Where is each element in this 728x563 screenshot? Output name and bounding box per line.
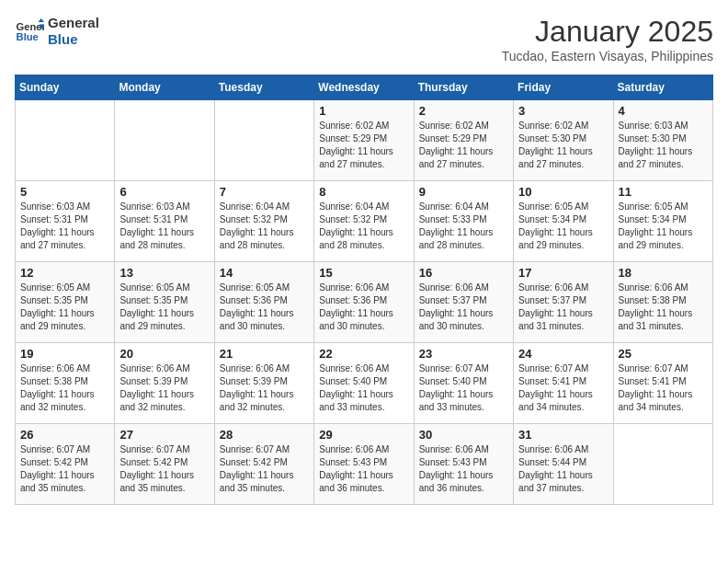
day-info: Sunrise: 6:06 AMSunset: 5:37 PMDaylight:…: [518, 282, 608, 333]
day-info: Sunrise: 6:07 AMSunset: 5:41 PMDaylight:…: [518, 362, 608, 414]
weekday-tuesday: Tuesday: [214, 75, 313, 100]
calendar-cell: 16Sunrise: 6:06 AMSunset: 5:37 PMDayligh…: [414, 262, 513, 343]
day-number: 3: [518, 104, 608, 118]
calendar-header: SundayMondayTuesdayWednesdayThursdayFrid…: [16, 75, 713, 100]
calendar-cell: [16, 100, 115, 181]
day-number: 22: [319, 347, 408, 361]
day-info: Sunrise: 6:06 AMSunset: 5:43 PMDaylight:…: [319, 443, 408, 495]
day-number: 26: [20, 428, 109, 442]
title-block: January 2025 Tucdao, Eastern Visayas, Ph…: [502, 15, 713, 63]
day-info: Sunrise: 6:06 AMSunset: 5:44 PMDaylight:…: [518, 443, 608, 495]
weekday-saturday: Saturday: [613, 75, 712, 100]
calendar-cell: 15Sunrise: 6:06 AMSunset: 5:36 PMDayligh…: [314, 262, 414, 343]
weekday-monday: Monday: [115, 75, 214, 100]
day-info: Sunrise: 6:05 AMSunset: 5:34 PMDaylight:…: [518, 201, 608, 252]
day-info: Sunrise: 6:05 AMSunset: 5:34 PMDaylight:…: [619, 201, 708, 252]
week-row-5: 26Sunrise: 6:07 AMSunset: 5:42 PMDayligh…: [16, 424, 713, 505]
day-number: 19: [20, 347, 109, 361]
day-number: 11: [619, 185, 708, 199]
calendar-cell: 20Sunrise: 6:06 AMSunset: 5:39 PMDayligh…: [115, 343, 214, 424]
day-number: 21: [220, 347, 309, 361]
day-info: Sunrise: 6:03 AMSunset: 5:31 PMDaylight:…: [119, 201, 209, 252]
day-info: Sunrise: 6:06 AMSunset: 5:37 PMDaylight:…: [419, 282, 508, 333]
day-info: Sunrise: 6:04 AMSunset: 5:32 PMDaylight:…: [319, 201, 408, 252]
calendar-cell: [613, 424, 712, 505]
calendar-cell: 1Sunrise: 6:02 AMSunset: 5:29 PMDaylight…: [314, 100, 414, 181]
day-number: 17: [518, 266, 608, 280]
month-title: January 2025: [502, 15, 713, 49]
calendar-cell: 30Sunrise: 6:06 AMSunset: 5:43 PMDayligh…: [414, 424, 513, 505]
day-info: Sunrise: 6:03 AMSunset: 5:31 PMDaylight:…: [20, 201, 109, 252]
calendar-cell: [214, 100, 313, 181]
svg-text:Blue: Blue: [17, 31, 39, 42]
calendar-cell: 9Sunrise: 6:04 AMSunset: 5:33 PMDaylight…: [414, 181, 513, 262]
weekday-sunday: Sunday: [16, 75, 115, 100]
day-info: Sunrise: 6:06 AMSunset: 5:43 PMDaylight:…: [419, 443, 508, 495]
day-info: Sunrise: 6:06 AMSunset: 5:39 PMDaylight:…: [220, 362, 309, 414]
day-info: Sunrise: 6:04 AMSunset: 5:33 PMDaylight:…: [419, 201, 508, 252]
day-number: 23: [419, 347, 508, 361]
day-number: 29: [319, 428, 408, 442]
weekday-wednesday: Wednesday: [314, 75, 414, 100]
day-info: Sunrise: 6:02 AMSunset: 5:30 PMDaylight:…: [518, 120, 608, 171]
day-number: 10: [518, 185, 608, 199]
week-row-1: 1Sunrise: 6:02 AMSunset: 5:29 PMDaylight…: [16, 100, 713, 181]
calendar-cell: 4Sunrise: 6:03 AMSunset: 5:30 PMDaylight…: [613, 100, 712, 181]
calendar-cell: 23Sunrise: 6:07 AMSunset: 5:40 PMDayligh…: [414, 343, 513, 424]
day-number: 25: [619, 347, 708, 361]
day-info: Sunrise: 6:06 AMSunset: 5:39 PMDaylight:…: [119, 362, 209, 414]
day-number: 7: [220, 185, 309, 199]
day-info: Sunrise: 6:07 AMSunset: 5:42 PMDaylight:…: [20, 443, 109, 495]
day-info: Sunrise: 6:03 AMSunset: 5:30 PMDaylight:…: [619, 120, 708, 171]
weekday-friday: Friday: [514, 75, 613, 100]
logo-text-general: General: [48, 15, 99, 31]
calendar-cell: 21Sunrise: 6:06 AMSunset: 5:39 PMDayligh…: [214, 343, 313, 424]
calendar-cell: 3Sunrise: 6:02 AMSunset: 5:30 PMDaylight…: [514, 100, 613, 181]
calendar-cell: 8Sunrise: 6:04 AMSunset: 5:32 PMDaylight…: [314, 181, 414, 262]
calendar-table: SundayMondayTuesdayWednesdayThursdayFrid…: [15, 75, 713, 505]
day-info: Sunrise: 6:05 AMSunset: 5:35 PMDaylight:…: [20, 282, 109, 333]
calendar-cell: 22Sunrise: 6:06 AMSunset: 5:40 PMDayligh…: [314, 343, 414, 424]
weekday-header-row: SundayMondayTuesdayWednesdayThursdayFrid…: [16, 75, 713, 100]
day-info: Sunrise: 6:06 AMSunset: 5:36 PMDaylight:…: [319, 282, 408, 333]
day-number: 6: [119, 185, 209, 199]
day-info: Sunrise: 6:05 AMSunset: 5:36 PMDaylight:…: [220, 282, 309, 333]
page-header: General Blue General Blue January 2025 T…: [15, 15, 713, 63]
calendar-cell: 29Sunrise: 6:06 AMSunset: 5:43 PMDayligh…: [314, 424, 414, 505]
week-row-4: 19Sunrise: 6:06 AMSunset: 5:38 PMDayligh…: [16, 343, 713, 424]
day-number: 16: [419, 266, 508, 280]
calendar-cell: 12Sunrise: 6:05 AMSunset: 5:35 PMDayligh…: [16, 262, 115, 343]
day-number: 2: [419, 104, 508, 118]
logo-icon: General Blue: [15, 18, 44, 44]
logo: General Blue General Blue: [15, 15, 99, 48]
calendar-cell: 11Sunrise: 6:05 AMSunset: 5:34 PMDayligh…: [613, 181, 712, 262]
calendar-cell: 14Sunrise: 6:05 AMSunset: 5:36 PMDayligh…: [214, 262, 313, 343]
day-number: 9: [419, 185, 508, 199]
calendar-cell: [115, 100, 214, 181]
day-info: Sunrise: 6:07 AMSunset: 5:41 PMDaylight:…: [619, 362, 708, 414]
day-number: 31: [518, 428, 608, 442]
calendar-cell: 31Sunrise: 6:06 AMSunset: 5:44 PMDayligh…: [514, 424, 613, 505]
day-number: 5: [20, 185, 109, 199]
calendar-body: 1Sunrise: 6:02 AMSunset: 5:29 PMDaylight…: [16, 100, 713, 505]
day-number: 27: [119, 428, 209, 442]
calendar-cell: 19Sunrise: 6:06 AMSunset: 5:38 PMDayligh…: [16, 343, 115, 424]
day-number: 14: [220, 266, 309, 280]
weekday-thursday: Thursday: [414, 75, 513, 100]
day-info: Sunrise: 6:07 AMSunset: 5:42 PMDaylight:…: [220, 443, 309, 495]
day-info: Sunrise: 6:04 AMSunset: 5:32 PMDaylight:…: [220, 201, 309, 252]
calendar-cell: 2Sunrise: 6:02 AMSunset: 5:29 PMDaylight…: [414, 100, 513, 181]
day-info: Sunrise: 6:07 AMSunset: 5:42 PMDaylight:…: [119, 443, 209, 495]
day-number: 28: [220, 428, 309, 442]
calendar-cell: 10Sunrise: 6:05 AMSunset: 5:34 PMDayligh…: [514, 181, 613, 262]
logo-text-blue: Blue: [48, 31, 99, 48]
day-info: Sunrise: 6:06 AMSunset: 5:38 PMDaylight:…: [619, 282, 708, 333]
day-number: 13: [119, 266, 209, 280]
calendar-cell: 26Sunrise: 6:07 AMSunset: 5:42 PMDayligh…: [16, 424, 115, 505]
week-row-2: 5Sunrise: 6:03 AMSunset: 5:31 PMDaylight…: [16, 181, 713, 262]
svg-marker-3: [40, 24, 44, 29]
calendar-cell: 5Sunrise: 6:03 AMSunset: 5:31 PMDaylight…: [16, 181, 115, 262]
day-info: Sunrise: 6:07 AMSunset: 5:40 PMDaylight:…: [419, 362, 508, 414]
calendar-cell: 17Sunrise: 6:06 AMSunset: 5:37 PMDayligh…: [514, 262, 613, 343]
day-info: Sunrise: 6:02 AMSunset: 5:29 PMDaylight:…: [319, 120, 408, 171]
